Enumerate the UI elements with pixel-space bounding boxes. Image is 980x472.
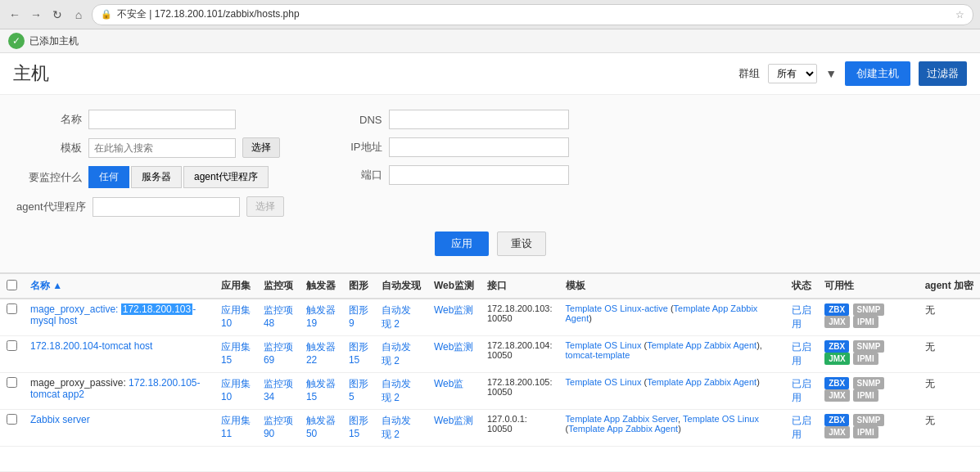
notification-bar: ✓ 已添加主机 (0, 29, 980, 53)
dns-input[interactable] (389, 110, 569, 129)
row1-checkbox[interactable] (7, 303, 17, 314)
row4-graph-link[interactable]: 图形 (349, 414, 368, 428)
filter-button[interactable]: 过滤器 (919, 61, 967, 86)
row1-template-link1[interactable]: Template OS Linux-active (566, 303, 668, 313)
row4-appset-link[interactable]: 应用集 (221, 414, 251, 428)
port-input[interactable] (389, 165, 569, 185)
row4-trigger-link[interactable]: 触发器 (306, 414, 336, 428)
group-select[interactable]: 所有 (768, 64, 817, 83)
row3-appset: 应用集 10 (215, 373, 257, 410)
row2-monitor: 监控项 69 (257, 336, 300, 373)
row3-monitor: 监控项 34 (257, 373, 300, 410)
filter-actions: 应用 重设 (16, 223, 964, 264)
row4-monitor-link[interactable]: 监控项 (264, 414, 293, 428)
row2-interface: 172.18.200.104:10050 (481, 336, 559, 373)
back-button[interactable]: ← (7, 7, 23, 23)
row2-checkbox[interactable] (7, 340, 17, 351)
reset-button[interactable]: 重设 (497, 232, 546, 256)
row3-checkbox[interactable] (7, 377, 17, 388)
apply-button[interactable]: 应用 (435, 232, 489, 256)
row4-zbx-badge: ZBX (824, 414, 849, 426)
row4-trigger: 触发器 50 (300, 410, 342, 447)
row4-template-link1[interactable]: Template App Zabbix Server (566, 414, 679, 424)
select-all-checkbox[interactable] (7, 280, 17, 290)
row1-trigger-link[interactable]: 触发器 (306, 303, 336, 317)
row1-jmx-badge: JMX (824, 316, 850, 328)
row2-trigger-link[interactable]: 触发器 (306, 340, 336, 354)
row3-graph-link[interactable]: 图形 (349, 377, 368, 391)
template-select-button[interactable]: 选择 (242, 137, 280, 158)
table-header-row: 名称 ▲ 应用集 监控项 触发器 图形 自动发现 Web监测 接口 模板 状态 … (0, 274, 980, 299)
row1-name: mage_proxy_active: 172.18.200.103-mysql … (24, 299, 215, 336)
row3-appset-link[interactable]: 应用集 (221, 377, 251, 391)
row2-discovery-link[interactable]: 自动发 (382, 340, 421, 354)
template-input[interactable] (88, 138, 236, 158)
template-label: 模板 (16, 141, 82, 155)
dns-filter-row: DNS (317, 110, 569, 129)
row2-web-link[interactable]: Web监测 (434, 341, 473, 353)
row3-discovery: 自动发 现 2 (375, 373, 427, 410)
row1-appset-link[interactable]: 应用集 (221, 303, 251, 317)
row2-monitor-link[interactable]: 监控项 (264, 340, 293, 354)
monitor-option-server[interactable]: 服务器 (131, 166, 182, 188)
row2-discovery: 自动发 现 2 (375, 336, 427, 373)
row3-trigger-link[interactable]: 触发器 (306, 377, 336, 391)
row3-ipmi-badge: IPMI (853, 389, 878, 402)
col-status: 状态 (785, 274, 818, 299)
row2-appset-link[interactable]: 应用集 (221, 340, 251, 354)
row2-graph-link[interactable]: 图形 (349, 340, 368, 354)
ip-input[interactable] (389, 137, 569, 157)
row3-web-link[interactable]: Web监 (434, 378, 463, 389)
agent-input[interactable] (93, 197, 240, 217)
dropdown-arrow-icon: ▼ (825, 67, 837, 80)
monitor-filter-row: 要监控什么 任何 服务器 agent代理程序 (16, 166, 284, 188)
row1-web-link[interactable]: Web监测 (434, 304, 473, 316)
home-button[interactable]: ⌂ (70, 7, 87, 23)
monitor-option-any[interactable]: 任何 (88, 166, 129, 188)
row4-name-link[interactable]: Zabbix server (30, 414, 90, 425)
row1-discovery-link[interactable]: 自动发 (382, 303, 421, 317)
col-appset: 应用集 (215, 274, 257, 299)
row1-monitor-link[interactable]: 监控项 (264, 303, 293, 317)
row1-availability: ZBX SNMP JMX IPMI (818, 299, 918, 336)
agent-label: agent代理程序 (16, 200, 86, 214)
row4-web: Web监测 (427, 410, 481, 447)
filter-grid: 名称 模板 选择 要监控什么 任何 服务器 agent代理程序 (16, 103, 964, 223)
row4-template-link2[interactable]: Template OS Linux (683, 414, 759, 424)
row4-web-link[interactable]: Web监测 (434, 415, 473, 426)
row1-graph-link[interactable]: 图形 (349, 303, 368, 317)
row2-template-link2[interactable]: Template App Zabbix Agent (647, 340, 756, 350)
row4-template-link3[interactable]: Template App Zabbix Agent (568, 424, 678, 434)
star-icon: ☆ (955, 9, 964, 20)
forward-button[interactable]: → (28, 7, 44, 23)
row1-status-link[interactable]: 已启用 (792, 304, 811, 330)
port-label: 端口 (317, 168, 382, 182)
monitor-option-agent[interactable]: agent代理程序 (183, 166, 269, 188)
name-input[interactable] (88, 110, 236, 129)
row2-name-link[interactable]: 172.18.200.104-tomcat host (30, 340, 152, 352)
name-label: 名称 (16, 112, 82, 127)
row2-template-link3[interactable]: tomcat-template (566, 350, 630, 360)
notification-text: 已添加主机 (29, 34, 79, 48)
url-bar[interactable]: 🔒 不安全 | 172.18.200.101/zabbix/hosts.php … (92, 4, 973, 25)
row3-monitor-link[interactable]: 监控项 (264, 377, 293, 391)
row4-status-link[interactable]: 已启用 (792, 415, 811, 440)
agent-select-button[interactable]: 选择 (246, 196, 284, 217)
main-header: 主机 群组 所有 ▼ 创建主机 过滤器 (0, 53, 980, 95)
row2-status-link[interactable]: 已启用 (792, 341, 811, 366)
sort-name-link[interactable]: 名称 ▲ (30, 280, 62, 291)
row1-name-link[interactable]: mage_proxy_active: 172.18.200.103-mysql … (30, 303, 196, 326)
row4-checkbox[interactable] (7, 414, 17, 425)
create-host-button[interactable]: 创建主机 (845, 61, 910, 86)
row3-status-link[interactable]: 已启用 (792, 378, 811, 403)
row4-discovery-link[interactable]: 自动发 (382, 414, 421, 428)
row3-template-link2[interactable]: Template App Zabbix Agent (647, 377, 756, 387)
row2-template-link1[interactable]: Template OS Linux (566, 340, 642, 350)
page-title: 主机 (13, 61, 49, 86)
reload-button[interactable]: ↻ (49, 7, 65, 23)
row2-ipmi-badge: IPMI (853, 353, 878, 365)
col-monitor: 监控项 (257, 274, 300, 299)
name-filter-row: 名称 (16, 110, 284, 129)
row3-template-link1[interactable]: Template OS Linux (566, 377, 642, 387)
row3-discovery-link[interactable]: 自动发 (382, 377, 421, 391)
